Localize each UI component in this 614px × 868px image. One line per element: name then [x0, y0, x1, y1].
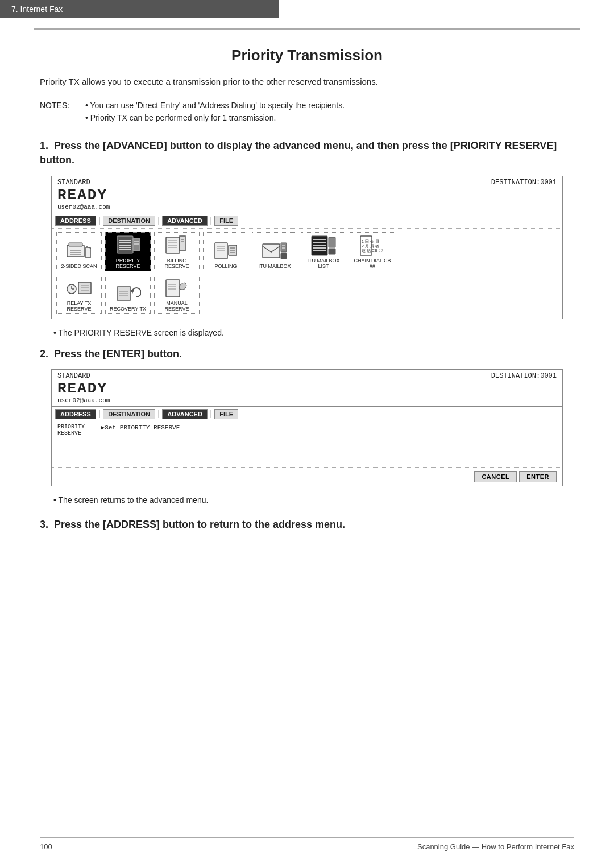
screen2-standard: STANDARD — [57, 372, 90, 380]
section-header: 7. Internet Fax — [0, 0, 279, 18]
tab-advanced-1[interactable]: ADVANCED — [162, 216, 208, 226]
polling-icon — [212, 241, 239, 262]
icon-priority-reserve[interactable]: PRIORITY RESERVE — [105, 232, 151, 271]
notes-list: You can use 'Direct Entry' and 'Address … — [85, 99, 345, 125]
notes-section: NOTES: You can use 'Direct Entry' and 'A… — [40, 99, 574, 125]
tab-file-1[interactable]: FILE — [214, 216, 238, 226]
tab-sep-3: | — [209, 216, 213, 225]
tab2-sep-3: | — [209, 410, 213, 419]
step3-number: 3. — [40, 519, 48, 530]
icon-chain-dial[interactable]: 1 回 会 員 2 月 員 者 連 結 CB ## CHAIN DIAL CB … — [350, 232, 395, 271]
screen1-user: user02@aaa.com — [52, 204, 562, 213]
icon-billing-label: BILLING RESERVE — [156, 258, 198, 269]
icon-2sided-label: 2-SIDED SCAN — [61, 263, 97, 269]
screen1-standard: STANDARD — [57, 179, 90, 187]
priority-reserve-label: PRIORITYRESERVE — [57, 424, 97, 436]
page-footer: 100 Scanning Guide — How to Perform Inte… — [40, 837, 574, 851]
tab2-sep-1: | — [97, 410, 102, 419]
screen-mockup-2: STANDARD DESTINATION:0001 READY user02@a… — [51, 369, 563, 486]
tab-address-2[interactable]: ADDRESS — [55, 409, 96, 419]
screen2-buttons: CANCEL ENTER — [52, 467, 562, 486]
screen1-tab-bar: ADDRESS | DESTINATION | ADVANCED | FILE — [52, 213, 562, 228]
note-item-2: Priority TX can be performed only for 1 … — [85, 111, 345, 124]
priority-reserve-icon — [114, 235, 142, 257]
svg-rect-29 — [263, 244, 280, 258]
screen2-user: user02@aaa.com — [52, 397, 562, 406]
screen1-top-bar: STANDARD DESTINATION:0001 — [52, 176, 562, 187]
screen2-tab-bar: ADDRESS | DESTINATION | ADVANCED | FILE — [52, 406, 562, 421]
svg-rect-1 — [69, 243, 82, 246]
itu-mailbox-icon — [261, 241, 288, 262]
tab-address-1[interactable]: ADDRESS — [55, 216, 96, 226]
icon-manual-reserve[interactable]: MANUAL RESERVE — [154, 275, 200, 314]
screen-mockup-1: STANDARD DESTINATION:0001 READY user02@a… — [51, 176, 563, 319]
svg-rect-58 — [166, 280, 180, 297]
step1-number: 1. — [40, 140, 48, 151]
screen1-destination: DESTINATION:0001 — [491, 179, 557, 187]
step2-number: 2. — [40, 348, 48, 359]
icon-relay-tx[interactable]: RELAY TX RESERVE — [56, 275, 102, 314]
priority-reserve-content: PRIORITYRESERVE ▶Set PRIORITY RESERVE — [52, 421, 562, 467]
icon-grid-row1: 2-SIDED SCAN — [52, 228, 562, 275]
icon-2sided-scan[interactable]: 2-SIDED SCAN — [56, 232, 102, 271]
cancel-button[interactable]: CANCEL — [474, 471, 517, 482]
main-content: Priority Transmission Priority TX allows… — [0, 30, 614, 574]
billing-reserve-icon — [163, 235, 190, 257]
svg-rect-34 — [312, 236, 327, 255]
itu-mailbox-list-icon — [310, 235, 337, 257]
manual-reserve-icon — [163, 278, 190, 299]
enter-button[interactable]: ENTER — [519, 471, 557, 482]
icon-priority-label: PRIORITY RESERVE — [107, 258, 149, 269]
icon-itu-list-label: ITU MAILBOX LIST — [302, 258, 345, 269]
icon-recovery-label: RECOVERY TX — [110, 306, 146, 312]
icon-polling[interactable]: POLLING — [203, 232, 248, 271]
screen2-destination: DESTINATION:0001 — [491, 372, 557, 380]
icon-chain-label: CHAIN DIAL CB ## — [351, 258, 393, 269]
step2-note: The screen returns to the advanced menu. — [53, 494, 563, 506]
recovery-tx-icon — [114, 283, 142, 305]
notes-label: NOTES: — [40, 99, 85, 125]
step3-text: Press the [ADDRESS] button to return to … — [54, 519, 345, 530]
svg-rect-5 — [117, 236, 133, 253]
step1-note: The PRIORITY RESERVE screen is displayed… — [53, 327, 563, 339]
screen2-top-bar: STANDARD DESTINATION:0001 — [52, 370, 562, 380]
page-title: Priority Transmission — [40, 47, 574, 64]
relay-tx-icon — [65, 278, 93, 299]
icon-manual-label: MANUAL RESERVE — [156, 300, 198, 312]
tab-advanced-2[interactable]: ADVANCED — [162, 409, 208, 419]
step1-text: Press the [ADVANCED] button to display t… — [40, 140, 557, 166]
tab-destination-2[interactable]: DESTINATION — [103, 409, 155, 419]
screen1-ready: READY — [52, 187, 562, 204]
svg-rect-41 — [329, 249, 335, 254]
icon-itu-mailbox[interactable]: ITU MAILBOX — [252, 232, 297, 271]
svg-text:1 回 会 員: 1 回 会 員 — [362, 239, 379, 244]
svg-rect-30 — [281, 243, 287, 252]
chain-dial-icon: 1 回 会 員 2 月 員 者 連 結 CB ## — [359, 235, 386, 257]
note-item-1: You can use 'Direct Entry' and 'Address … — [85, 99, 345, 111]
svg-rect-33 — [281, 253, 287, 259]
icon-grid-row2: RELAY TX RESERVE RECOVERY TX — [52, 275, 562, 319]
tab-destination-1[interactable]: DESTINATION — [103, 216, 155, 226]
step3-heading: 3. Press the [ADDRESS] button to return … — [40, 518, 574, 532]
svg-marker-57 — [131, 290, 134, 294]
screen2-ready: READY — [52, 380, 562, 397]
icon-billing-reserve[interactable]: BILLING RESERVE — [154, 232, 200, 271]
svg-rect-11 — [133, 238, 140, 251]
footer-title: Scanning Guide — How to Perform Internet… — [417, 842, 574, 851]
icon-relay-label: RELAY TX RESERVE — [58, 300, 100, 312]
2sided-scan-icon — [65, 241, 93, 262]
tab2-sep-2: | — [156, 410, 161, 419]
svg-text:連 結 CB ##: 連 結 CB ## — [362, 249, 383, 253]
tab-file-2[interactable]: FILE — [214, 409, 238, 419]
tab-sep-2: | — [156, 216, 161, 225]
svg-rect-40 — [329, 237, 335, 247]
step2-heading: 2. Press the [ENTER] button. — [40, 347, 574, 361]
svg-text:2 月 員 者: 2 月 員 者 — [362, 244, 379, 249]
icon-polling-label: POLLING — [214, 263, 237, 269]
tab-sep-1: | — [97, 216, 102, 225]
icon-recovery-tx[interactable]: RECOVERY TX — [105, 275, 151, 314]
step2-text: Press the [ENTER] button. — [54, 348, 182, 359]
priority-reserve-action: ▶Set PRIORITY RESERVE — [101, 424, 180, 431]
icon-itu-mailbox-list[interactable]: ITU MAILBOX LIST — [301, 232, 346, 271]
page-number: 100 — [40, 842, 52, 851]
